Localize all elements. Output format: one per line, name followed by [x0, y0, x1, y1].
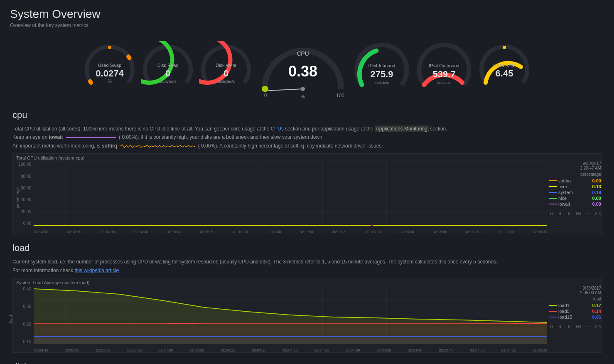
cpu-iowait-text: Keep an eye on iowait — [12, 134, 64, 140]
svg-text:539.7: 539.7 — [432, 69, 455, 79]
load5-color-swatch — [549, 311, 557, 312]
cpu-chart-svg — [34, 161, 547, 226]
ipv4-inbound-gauge: IPv4 Inbound 275.9 kilobits/s — [353, 39, 411, 97]
svg-text:Used RAM: Used RAM — [493, 63, 515, 68]
load-chart-container: System Load Average (system.load) 0.40 0… — [12, 278, 602, 353]
svg-text:IPv4 Inbound: IPv4 Inbound — [368, 63, 395, 68]
cpu-section: cpu Total CPU utilization (all cores). 1… — [0, 106, 614, 234]
load-chart-controls[interactable]: ⏮ ⏴ ⏵ ⏭ — ∧∨ — [549, 323, 601, 330]
load-section: load Current system load, i.e. the numbe… — [0, 239, 614, 353]
cpu-chart-container: Total CPU utilization (system.cpu) 100.0… — [12, 153, 602, 234]
svg-text:0: 0 — [165, 68, 170, 79]
load-legend: 9/30/2017 2:05:00 AM load load1 0.17 loa… — [549, 286, 601, 330]
load-section-desc: Current system load, i.e. the number of … — [12, 258, 602, 275]
load-desc-text1: Current system load, i.e. the number of … — [12, 259, 497, 265]
svg-text:kilobytes/s: kilobytes/s — [159, 79, 177, 84]
svg-point-11 — [224, 46, 228, 49]
cpu-section-title: cpu — [12, 110, 602, 121]
load-y-axis: 0.40 0.30 0.20 0.10 — [13, 286, 33, 344]
iowait-color-swatch — [549, 204, 557, 204]
softirq-color-swatch — [549, 180, 557, 181]
load-section-title: load — [12, 243, 602, 253]
chart-nav-last[interactable]: ⏭ — [576, 210, 582, 216]
legend-load5: load5 0.14 — [549, 309, 601, 314]
svg-text:Disk Write: Disk Write — [216, 63, 236, 68]
svg-point-3 — [108, 46, 111, 49]
disk-section-title: disk — [12, 361, 602, 364]
legend-load1: load1 0.17 — [549, 303, 601, 308]
cpu-gauge: CPU 0.38 0 100 % — [257, 35, 349, 101]
load-chart-nav-first[interactable]: ⏮ — [548, 323, 554, 330]
cpu-desc-text3: section. — [429, 126, 447, 132]
chart-nav-expand[interactable]: ∧∨ — [594, 210, 602, 216]
svg-text:100: 100 — [336, 93, 344, 98]
cpu-desc-text1: Total CPU utilization (all cores). 100% … — [12, 126, 271, 132]
svg-text:0.0274: 0.0274 — [96, 68, 124, 79]
svg-point-7 — [166, 46, 169, 49]
cpu-x-labels: 02:13:00 02:13:30 02:14:00 02:14:30 02:1… — [34, 230, 547, 234]
chart-nav-next[interactable]: ⏵ — [567, 210, 572, 216]
load1-color-swatch — [549, 305, 557, 306]
svg-line-12 — [269, 89, 303, 91]
cpus-link[interactable]: CPUs — [271, 126, 284, 132]
load-x-labels: 02:03:40 02:03:45 02:03:50 02:03:55 02:0… — [34, 348, 547, 352]
load15-color-swatch — [549, 317, 557, 317]
legend-system: system 0.19 — [549, 190, 601, 195]
load-chart-nav-last[interactable]: ⏭ — [576, 323, 582, 330]
ipv4-outbound-gauge: IPv4 Outbound 539.7 kilobits/s — [415, 39, 473, 97]
load-chart-svg — [34, 286, 547, 344]
cpu-legend: 9/30/2017 2:20:47 AM percentage softirq … — [549, 161, 601, 216]
load-desc-text2: For more information check — [12, 268, 74, 273]
legend-softirq: softirq 0.00 — [549, 178, 601, 183]
page-subtitle: Overview of the key system metrics. — [10, 22, 604, 28]
legend-iowait: iowait 0.00 — [549, 202, 601, 207]
svg-text:CPU: CPU — [297, 50, 309, 57]
cpu-desc-text2: section and per application usage at the — [284, 126, 375, 132]
load-chart-nav-next[interactable]: ⏵ — [567, 323, 572, 330]
cpu-section-desc: Total CPU utilization (all cores). 100% … — [12, 125, 602, 150]
legend-nice: nice 0.00 — [549, 196, 601, 201]
load-y-label: load — [9, 315, 13, 323]
nice-color-swatch — [549, 198, 557, 199]
svg-text:Used Swap: Used Swap — [98, 63, 121, 68]
svg-text:kilobytes/s: kilobytes/s — [217, 79, 235, 84]
iowait-sparkline — [66, 134, 116, 141]
legend-load15: load15 0.06 — [549, 315, 601, 320]
softirq-sparkline — [120, 143, 195, 150]
svg-text:275.9: 275.9 — [370, 69, 393, 79]
disk-section-hint: disk — [0, 357, 614, 364]
chart-nav-first[interactable]: ⏮ — [548, 210, 554, 216]
svg-text:6.45: 6.45 — [496, 68, 513, 79]
load-legend-header: load — [549, 297, 601, 301]
cpu-chart-controls[interactable]: ⏮ ⏴ ⏵ ⏭ — ∧∨ — [549, 210, 601, 216]
load-chart-nav-prev[interactable]: ⏴ — [558, 323, 563, 330]
page-header: System Overview Overview of the key syst… — [0, 0, 614, 31]
cpu-timestamp: 9/30/2017 2:20:47 AM — [549, 161, 601, 170]
load-chart-title: System Load Average (system.load) — [13, 278, 601, 286]
softirq-pct: ( 0.00%). A constantly high percentage o… — [198, 143, 383, 149]
disk-read-gauge: Disk Read 0 kilobytes/s — [141, 41, 195, 95]
system-color-swatch — [549, 192, 557, 193]
app-monitoring-link[interactable]: Applications Monitoring — [375, 125, 429, 132]
load-chart-nav-expand[interactable]: ∧∨ — [594, 323, 602, 330]
disk-write-gauge: Disk Write 0 kilobytes/s — [199, 41, 253, 95]
cpu-y-label: percentage — [15, 187, 20, 208]
gauges-row: Used Swap 0.0274 % Disk Read 0 kilobytes… — [0, 31, 614, 106]
chart-nav-prev[interactable]: ⏴ — [558, 210, 563, 216]
used-ram-gauge: Used RAM 6.45 — [477, 41, 531, 95]
legend-user: user 0.13 — [549, 184, 601, 189]
svg-text:Disk Read: Disk Read — [157, 63, 179, 68]
used-swap-gauge: Used Swap 0.0274 % — [83, 41, 137, 95]
chart-nav-zoom-out[interactable]: — — [585, 210, 591, 216]
iowait-word: iowait — [49, 134, 63, 140]
softirq-word: softirq — [102, 143, 117, 149]
svg-text:0: 0 — [223, 68, 228, 79]
svg-text:0: 0 — [264, 93, 267, 98]
user-color-swatch — [549, 186, 557, 187]
svg-marker-58 — [34, 337, 547, 344]
svg-point-42 — [371, 224, 373, 226]
wikipedia-link[interactable]: this wikipedia article — [74, 268, 119, 273]
svg-text:%: % — [108, 79, 112, 84]
load-chart-nav-zoom-out[interactable]: — — [585, 323, 591, 330]
svg-text:0.38: 0.38 — [288, 63, 317, 80]
